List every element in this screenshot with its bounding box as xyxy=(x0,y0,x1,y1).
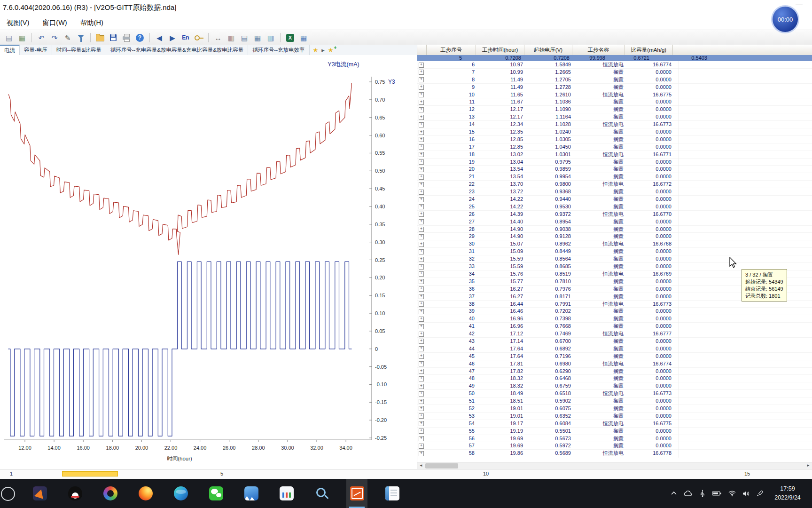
device-grid-icon[interactable]: ▦ xyxy=(297,32,310,43)
scrollbar-thumb[interactable] xyxy=(425,463,458,468)
export-excel-icon[interactable]: X xyxy=(286,34,294,42)
expand-toggle-icon[interactable]: + xyxy=(419,182,424,187)
table-row[interactable]: +1011.651.2610恒流放电16.6775 xyxy=(417,91,812,99)
table-row[interactable]: +4016.960.7398搁置0.0000 xyxy=(417,315,812,323)
report-page-icon[interactable]: ▤ xyxy=(3,32,15,43)
expand-toggle-icon[interactable]: + xyxy=(419,190,424,195)
table-row[interactable]: +5219.010.6075搁置0.0000 xyxy=(417,405,812,413)
expand-toggle-icon[interactable]: + xyxy=(419,399,424,404)
table-row[interactable]: +1412.341.1028恒流放电16.6773 xyxy=(417,121,812,128)
column-header[interactable]: 比容量(mAh/g) xyxy=(625,45,673,55)
expand-toggle-icon[interactable]: + xyxy=(419,302,424,307)
expand-toggle-icon[interactable]: + xyxy=(419,234,424,239)
table-row[interactable]: +4317.140.6700搁置0.0000 xyxy=(417,338,812,345)
horizontal-scrollbar[interactable]: ◄ ► xyxy=(417,462,812,469)
edit-pencil-icon[interactable]: ✎ xyxy=(62,32,74,43)
table-row[interactable]: +5819.860.5689恒流放电16.6778 xyxy=(417,450,812,457)
table-row[interactable]: +5018.490.6518恒流放电16.6773 xyxy=(417,390,812,397)
table-row[interactable]: +1212.171.1090搁置0.0000 xyxy=(417,106,812,113)
expand-toggle-icon[interactable]: + xyxy=(419,159,424,165)
print-icon[interactable] xyxy=(120,32,133,43)
table-row[interactable]: +5118.510.5902搁置0.0000 xyxy=(417,397,812,405)
expand-toggle-icon[interactable]: + xyxy=(419,436,424,441)
table-row[interactable]: +4517.640.7196搁置0.0000 xyxy=(417,353,812,360)
expand-toggle-icon[interactable]: + xyxy=(419,227,424,232)
axis-swap-icon[interactable]: ↔ xyxy=(212,32,224,43)
blue-docs-app-icon[interactable] xyxy=(241,479,262,508)
expand-toggle-icon[interactable]: + xyxy=(419,204,424,209)
language-en-icon[interactable]: En xyxy=(180,32,192,43)
expand-toggle-icon[interactable]: + xyxy=(419,85,424,90)
table-row[interactable]: +1913.040.9795搁置0.0000 xyxy=(417,159,812,166)
table-row[interactable]: +5319.010.6352搁置0.0000 xyxy=(417,413,812,420)
colorful-ring-app-icon[interactable] xyxy=(100,479,121,508)
tab-1[interactable]: 电流 xyxy=(0,45,20,55)
table-row[interactable]: +5519.190.5501搁置0.0000 xyxy=(417,428,812,435)
table-row[interactable]: +2914.900.9128搁置0.0000 xyxy=(417,233,812,240)
save-icon[interactable] xyxy=(107,32,119,43)
table-row[interactable]: +1312.171.1164搁置0.0000 xyxy=(417,113,812,121)
taskbar-search-circle-icon[interactable] xyxy=(1,487,15,501)
table-row[interactable]: +2113.540.9954搁置0.0000 xyxy=(417,173,812,181)
onedrive-cloud-icon[interactable] xyxy=(684,490,693,497)
table-row[interactable]: +1111.671.1036搁置0.0000 xyxy=(417,98,812,106)
add-favorite-star-icon[interactable]: ★ xyxy=(328,47,334,53)
minimize-button[interactable]: — xyxy=(796,0,803,8)
expand-toggle-icon[interactable]: + xyxy=(419,144,424,150)
column-header[interactable]: 工步时间(hour) xyxy=(476,45,524,55)
column-header[interactable]: 工步名称 xyxy=(572,45,625,55)
table-row[interactable]: +2414.220.9440搁置0.0000 xyxy=(417,196,812,203)
step-back-icon[interactable]: ◀ xyxy=(153,32,165,43)
menu-item[interactable]: 窗口(W) xyxy=(42,18,67,27)
expand-toggle-icon[interactable]: + xyxy=(419,279,424,284)
table-row[interactable]: +4217.120.7469恒流放电16.6777 xyxy=(417,330,812,338)
table-row[interactable]: +2514.220.9530搁置0.0000 xyxy=(417,203,812,211)
firefox-icon[interactable] xyxy=(135,479,156,508)
expand-toggle-icon[interactable]: + xyxy=(419,137,424,142)
expand-toggle-icon[interactable]: + xyxy=(419,444,424,449)
table-row[interactable]: +2714.400.8954搁置0.0000 xyxy=(417,218,812,226)
qq-icon[interactable] xyxy=(64,479,86,508)
expand-toggle-icon[interactable]: + xyxy=(419,339,424,344)
expand-toggle-icon[interactable]: + xyxy=(419,257,424,262)
volume-icon[interactable] xyxy=(742,491,750,497)
expand-toggle-icon[interactable]: + xyxy=(419,122,424,127)
table-row[interactable]: +1712.851.0450搁置0.0000 xyxy=(417,143,812,151)
table-row[interactable]: +1512.351.0240搁置0.0000 xyxy=(417,128,812,136)
chart-bars-app-icon[interactable] xyxy=(276,479,297,508)
edge-icon[interactable] xyxy=(170,479,191,508)
table-row[interactable]: +2013.540.9859搁置0.0000 xyxy=(417,166,812,173)
menu-item[interactable]: 视图(V) xyxy=(7,18,29,27)
expand-toggle-icon[interactable]: + xyxy=(419,286,424,292)
origin-icon[interactable] xyxy=(346,479,367,508)
expand-toggle-icon[interactable]: + xyxy=(419,324,424,329)
expand-toggle-icon[interactable]: + xyxy=(419,317,424,322)
usb-icon[interactable] xyxy=(699,490,706,497)
table-row[interactable]: +4918.320.6759搁置0.0000 xyxy=(417,382,812,390)
table-row[interactable]: +3916.460.7202搁置0.0000 xyxy=(417,308,812,315)
taskbar-clock[interactable]: 17:59 2022/9/24 xyxy=(765,484,810,502)
expand-toggle-icon[interactable]: + xyxy=(419,100,424,105)
expand-toggle-icon[interactable]: + xyxy=(419,197,424,202)
table-row[interactable]: +2313.720.9368搁置0.0000 xyxy=(417,188,812,196)
step-forward-icon[interactable]: ▶ xyxy=(166,32,179,43)
data-list-icon[interactable]: ▤ xyxy=(238,32,250,43)
table-row[interactable]: +1813.021.0301恒流放电16.6771 xyxy=(417,151,812,159)
expand-toggle-icon[interactable]: + xyxy=(419,242,424,247)
key-icon[interactable] xyxy=(193,32,205,43)
expand-toggle-icon[interactable]: + xyxy=(419,332,424,337)
table-row[interactable]: +2814.900.9038搁置0.0000 xyxy=(417,226,812,233)
graph-layout-icon[interactable]: ▥ xyxy=(225,32,237,43)
expand-toggle-icon[interactable]: + xyxy=(419,294,424,299)
table-row[interactable]: +3015.070.8962恒流放电16.6768 xyxy=(417,240,812,248)
redo-icon[interactable]: ↷ xyxy=(48,32,61,43)
expand-toggle-icon[interactable]: + xyxy=(419,70,424,75)
favorite-star-icon[interactable]: ★ xyxy=(313,47,319,53)
table-row[interactable]: +710.991.2665搁置0.0000 xyxy=(417,69,812,76)
table-row[interactable]: +4717.820.6290搁置0.0000 xyxy=(417,368,812,375)
expand-toggle-icon[interactable]: + xyxy=(419,264,424,270)
matlab-icon[interactable] xyxy=(29,479,50,508)
selected-row[interactable]: 50.72080.720899.9980.67210.5403 xyxy=(417,55,812,61)
expand-toggle-icon[interactable]: + xyxy=(419,413,424,419)
column-header[interactable]: 工步序号 xyxy=(427,45,476,55)
